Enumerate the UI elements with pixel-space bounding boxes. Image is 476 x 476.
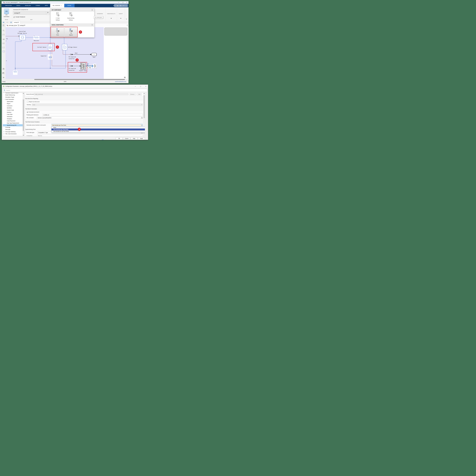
area-icon[interactable] <box>3 51 5 52</box>
breadcrumb-child[interactable]: analogLPF <box>20 24 25 27</box>
tab-simulation[interactable]: SIMULATION <box>3 4 14 7</box>
tree-item-interface[interactable]: Interface <box>3 111 23 113</box>
tab-debug[interactable]: DEBUG <box>14 4 23 7</box>
access-function-combobox[interactable]: One function per Test Point <box>51 124 143 126</box>
tree-item-custom-code[interactable]: Custom Code <box>3 109 23 111</box>
breadcrumb-dropdown-icon[interactable] <box>127 25 128 26</box>
tree-item-templates[interactable]: Templates <box>3 118 23 120</box>
canvas-vscrollbar[interactable] <box>127 27 129 80</box>
forward-icon[interactable] <box>6 22 8 23</box>
hdl-simulator-combobox[interactable]: Siemens Questa/ModelSim <box>37 117 143 119</box>
report-runtime-error-checkbox[interactable] <box>27 101 28 103</box>
up-icon[interactable] <box>10 21 12 23</box>
tree-item-systemverilog-dpi[interactable]: SystemVerilog DPI <box>3 124 23 126</box>
fp-tolerance-input[interactable]: 4.4409e-16 <box>42 114 143 116</box>
tree-item-identifiers[interactable]: Identifiers <box>3 107 23 109</box>
tree-item-simulation-target[interactable]: Simulation Target <box>3 96 23 98</box>
expander-icon[interactable]: ▶ <box>4 133 4 135</box>
expander-icon[interactable]: ▶ <box>4 131 4 133</box>
curve-icon[interactable] <box>2 47 5 48</box>
doc-tab-analoglpf[interactable]: analogLPF <box>13 21 20 24</box>
tree-item-code-placement[interactable]: Code Placement <box>3 120 23 122</box>
dialog-minimize-icon[interactable]: — <box>134 85 137 87</box>
search-box[interactable] <box>3 89 147 92</box>
close-icon[interactable]: ✕ <box>125 1 128 3</box>
tree-item-comments[interactable]: Comments <box>3 105 23 107</box>
screenshot-icon[interactable] <box>2 68 5 70</box>
combo-button[interactable] <box>141 124 143 126</box>
dialog-bottom-scrollbar-thumb[interactable] <box>102 139 103 140</box>
breadcrumb-root[interactable]: simscape_dpi <box>9 24 16 27</box>
scroll-up-icon[interactable] <box>144 93 145 94</box>
scroll-down-icon[interactable] <box>23 135 24 136</box>
tree-item-code-generation[interactable]: ▼Code Generation <box>3 98 23 101</box>
edit-button[interactable]: Edit <box>137 93 142 96</box>
systemverilog-settings-button[interactable]: SV SystemVerilog Settings <box>65 12 77 23</box>
dialog-close-icon[interactable]: ✕ <box>145 85 147 87</box>
form-scrollbar-thumb[interactable] <box>144 95 145 118</box>
zoom-icon[interactable] <box>2 30 5 32</box>
chevron-down-icon[interactable] <box>111 18 112 19</box>
dropdown-option-one-for-all[interactable]: One function for all Test Points <box>51 130 145 132</box>
generate-testbench-checkbox[interactable] <box>27 111 28 113</box>
tree-item-report[interactable]: Report <box>3 103 23 105</box>
tree-item-simscape-multibody[interactable]: ▶Simscape Multibody <box>3 131 23 133</box>
viewmarks-icon[interactable] <box>2 72 5 74</box>
dropdown-option-one-per-test-point[interactable]: One function per Test Point <box>51 129 145 130</box>
combo-button[interactable] <box>141 117 143 119</box>
tab-apps[interactable]: APPS <box>43 4 50 7</box>
connection-field[interactable]: Port list <box>37 135 143 136</box>
c-code-settings-button[interactable]: C C Code Settings <box>53 12 62 23</box>
hide-browser-icon[interactable] <box>3 24 4 26</box>
view-results-dropdown[interactable]: VIEW RESULTS <box>105 13 117 14</box>
tree-scrollbar-thumb[interactable] <box>23 99 24 131</box>
tree-item-hdl-code-generation[interactable]: ▶HDL Code Generation <box>3 133 23 135</box>
tree-item-model-referencing[interactable]: Model Referencing <box>3 94 23 96</box>
maximize-icon[interactable]: ▢ <box>122 1 124 3</box>
dpi-component-field[interactable] <box>13 11 46 15</box>
expand-section-icon[interactable] <box>91 24 93 26</box>
viewport-widget-icon[interactable] <box>124 77 126 78</box>
collapse-ribbon-icon[interactable] <box>126 18 127 20</box>
dpi-generation-button[interactable]: DPI <box>4 9 9 14</box>
fit-view-icon[interactable] <box>2 34 5 36</box>
tab-modeling[interactable]: MODELING <box>23 4 33 7</box>
tab-hdl-verifier[interactable]: HDL VERIFIER ✕ <box>50 4 64 7</box>
tree-item-code-style[interactable]: Code Style <box>3 113 23 116</box>
undo-icon[interactable] <box>120 5 121 6</box>
verify-dropdown[interactable]: VERIFY <box>117 13 125 14</box>
back-icon[interactable] <box>3 22 4 23</box>
save-icon[interactable] <box>117 5 118 6</box>
chevron-down-icon[interactable] <box>120 18 121 19</box>
tree-item-optimization[interactable]: Optimization <box>3 101 23 103</box>
pin-button[interactable] <box>46 11 50 15</box>
minimize-icon[interactable]: — <box>117 1 120 3</box>
tree-item-data-type-replacement[interactable]: Data Type Replacement <box>3 122 23 124</box>
dialog-maximize-icon[interactable]: ▢ <box>139 85 142 87</box>
tree-item-coverage[interactable]: Coverage <box>3 126 23 128</box>
tree-item-verification[interactable]: Verification <box>3 116 23 118</box>
dpi-component-header[interactable]: DPI COMPONENT <box>51 9 94 12</box>
generate-dropdown[interactable]: GENERATE <box>94 13 105 14</box>
signal-monitoring-header[interactable]: SIGNAL MONITORING <box>51 23 94 27</box>
browse-button[interactable]: Browse... <box>129 93 136 96</box>
search-input[interactable] <box>6 89 140 91</box>
hscrollbar-thumb[interactable] <box>34 79 125 80</box>
tab-signal[interactable]: SIGNAL <box>64 4 75 7</box>
more-icon[interactable] <box>123 5 124 6</box>
collapse-section-icon[interactable] <box>91 9 93 11</box>
scroll-up-icon[interactable] <box>23 93 24 94</box>
tree-item-hardware-implementation[interactable]: Hardware Implementation <box>3 93 23 94</box>
status-solver[interactable]: auto(FixedStepDiscrete) <box>1 80 126 83</box>
dropdown-option-none[interactable]: None <box>51 127 145 129</box>
include-testbench-checkbox[interactable] <box>13 16 15 18</box>
expander-icon[interactable]: ▼ <box>4 98 5 101</box>
annotation-icon[interactable]: A <box>2 42 5 44</box>
dialog-bottom-scrollbar[interactable] <box>2 139 148 140</box>
tab-close-icon[interactable]: ✕ <box>61 4 62 7</box>
tree-item-simscape[interactable]: Simscape <box>3 129 23 131</box>
tab-format[interactable]: FORMAT <box>33 4 42 7</box>
dpi-component-input[interactable] <box>14 12 45 14</box>
expand-palette-icon[interactable] <box>3 77 5 78</box>
signal-routing-icon[interactable] <box>2 38 5 40</box>
